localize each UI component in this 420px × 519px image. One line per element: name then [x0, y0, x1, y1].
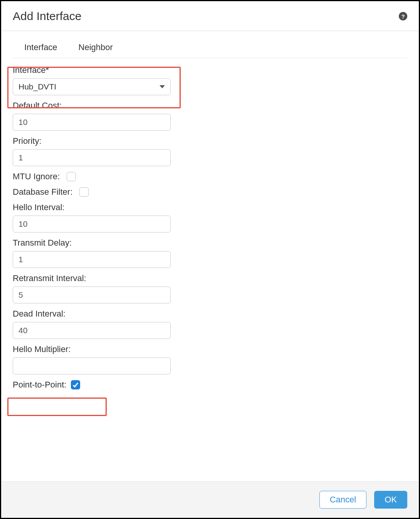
priority-label: Priority: [13, 136, 190, 146]
dead-interval-label: Dead Interval: [13, 309, 190, 319]
field-mtu-ignore: MTU Ignore: [13, 172, 190, 182]
hello-multiplier-input[interactable] [13, 357, 171, 374]
cancel-button[interactable]: Cancel [319, 491, 366, 509]
transmit-delay-input[interactable] [13, 251, 171, 268]
retransmit-interval-label: Retransmit Interval: [13, 273, 190, 283]
chevron-down-icon [160, 85, 165, 88]
tab-neighbor[interactable]: Neighbor [79, 42, 113, 52]
transmit-delay-label: Transmit Delay: [13, 238, 190, 248]
field-hello-interval: Hello Interval: [13, 202, 190, 233]
field-hello-multiplier: Hello Multiplier: [13, 344, 190, 374]
field-priority: Priority: [13, 136, 190, 166]
tab-bar: Interface Neighbor [13, 39, 407, 58]
field-dead-interval: Dead Interval: [13, 309, 190, 339]
dead-interval-input[interactable] [13, 322, 171, 339]
add-interface-dialog: Add Interface ? Interface Neighbor Inter… [0, 0, 420, 519]
database-filter-checkbox[interactable] [79, 187, 89, 197]
field-default-cost: Default Cost: [13, 101, 190, 131]
tab-interface[interactable]: Interface [24, 42, 57, 52]
hello-interval-input[interactable] [13, 216, 171, 233]
field-point-to-point: Point-to-Point: [13, 380, 190, 390]
mtu-ignore-label: MTU Ignore: [13, 172, 60, 182]
database-filter-label: Database Filter: [13, 187, 72, 197]
default-cost-input[interactable] [13, 114, 171, 131]
field-transmit-delay: Transmit Delay: [13, 238, 190, 268]
ok-button[interactable]: OK [374, 491, 407, 509]
field-interface: Interface* Hub_DVTI [13, 65, 190, 95]
field-retransmit-interval: Retransmit Interval: [13, 273, 190, 303]
point-to-point-label: Point-to-Point: [13, 380, 66, 390]
interface-select-value: Hub_DVTI [18, 82, 56, 91]
dialog-footer: Cancel OK [1, 481, 419, 518]
mtu-ignore-checkbox[interactable] [67, 172, 76, 181]
point-to-point-checkbox[interactable] [71, 380, 80, 389]
dialog-titlebar: Add Interface ? [1, 1, 419, 31]
hello-interval-label: Hello Interval: [13, 202, 190, 212]
interface-label: Interface* [13, 65, 190, 75]
interface-select[interactable]: Hub_DVTI [13, 78, 171, 95]
dialog-title: Add Interface [13, 10, 81, 23]
priority-input[interactable] [13, 149, 171, 166]
interface-form: Interface* Hub_DVTI Default Cost: Priori… [13, 58, 190, 390]
help-icon[interactable]: ? [399, 12, 407, 20]
default-cost-label: Default Cost: [13, 101, 190, 111]
retransmit-interval-input[interactable] [13, 286, 171, 303]
field-database-filter: Database Filter: [13, 187, 190, 197]
dialog-content: Interface Neighbor Interface* Hub_DVTI D… [1, 31, 419, 481]
hello-multiplier-label: Hello Multiplier: [13, 344, 190, 354]
